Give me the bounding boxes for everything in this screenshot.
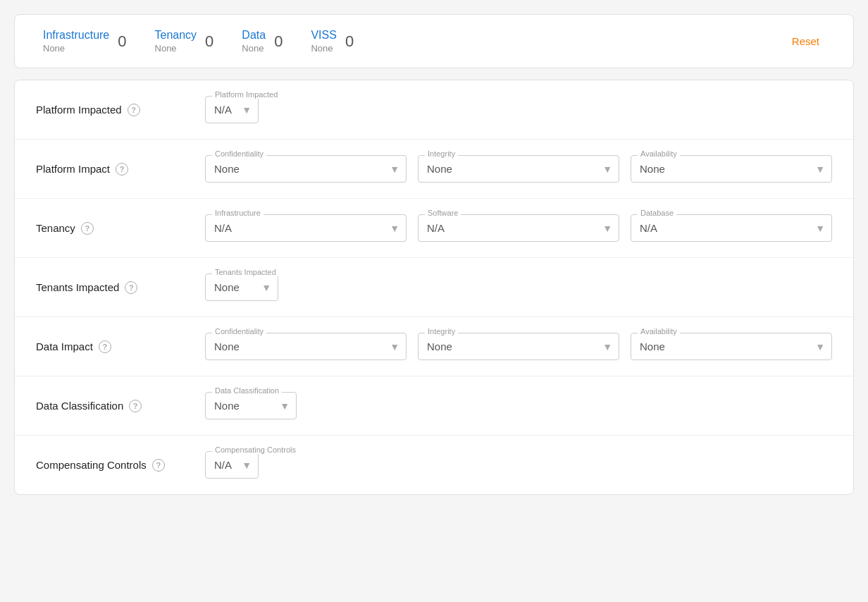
help-icon-platform-impact[interactable]: ? [116, 163, 128, 176]
summary-group-viss: VISSNone0 [311, 29, 354, 54]
help-icon-platform-impacted[interactable]: ? [128, 104, 140, 116]
form-row-compensating-controls: Compensating Controls?Compensating Contr… [15, 436, 853, 494]
select-availability[interactable]: NoneLowMediumHigh [631, 155, 832, 183]
form-row-platform-impacted: Platform Impacted?Platform ImpactedN/AYe… [15, 80, 853, 140]
reset-button[interactable]: Reset [786, 32, 825, 50]
select-infrastructure[interactable]: N/AYesNo [205, 214, 407, 242]
select-data-availability[interactable]: NoneLowMediumHigh [631, 333, 832, 360]
fields-group-tenants-impacted: Tenants ImpactedNoneLowMediumHigh▼ [205, 274, 832, 301]
summary-title-viss[interactable]: VISS [311, 29, 336, 42]
select-data-confidentiality[interactable]: NoneLowMediumHigh [205, 333, 407, 360]
field-label-data-availability: Availability [638, 327, 680, 336]
field-wrapper-tenants-impacted-select: Tenants ImpactedNoneLowMediumHigh▼ [205, 274, 278, 301]
summary-subtitle-data: None [242, 43, 266, 54]
row-label-text-platform-impacted: Platform Impacted [36, 104, 122, 116]
field-label-infrastructure: Infrastructure [212, 209, 264, 217]
help-icon-compensating-controls[interactable]: ? [152, 459, 165, 472]
select-data-integrity[interactable]: NoneLowMediumHigh [418, 333, 619, 360]
summary-group-data: DataNone0 [242, 29, 283, 54]
row-label-platform-impact: Platform Impact? [36, 163, 191, 176]
field-label-availability: Availability [638, 149, 680, 158]
select-platform-impacted-select[interactable]: N/AYesNo [205, 96, 259, 123]
field-wrapper-availability: AvailabilityNoneLowMediumHigh▼ [631, 155, 832, 183]
form-row-data-classification: Data Classification?Data ClassificationN… [15, 376, 853, 436]
summary-subtitle-tenancy: None [155, 43, 197, 54]
field-label-integrity: Integrity [425, 149, 458, 158]
form-card: Platform Impacted?Platform ImpactedN/AYe… [14, 80, 854, 495]
row-label-text-data-impact: Data Impact [36, 340, 93, 352]
field-label-software: Software [425, 209, 461, 217]
select-compensating-controls-select[interactable]: N/AYesNo [205, 451, 259, 479]
select-tenants-impacted-select[interactable]: NoneLowMediumHigh [205, 274, 278, 301]
field-wrapper-infrastructure: InfrastructureN/AYesNo▼ [205, 214, 407, 242]
field-label-compensating-controls-select: Compensating Controls [212, 446, 299, 454]
field-wrapper-platform-impacted-select: Platform ImpactedN/AYesNo▼ [205, 96, 259, 123]
fields-group-platform-impacted: Platform ImpactedN/AYesNo▼ [205, 96, 832, 123]
row-label-tenants-impacted: Tenants Impacted? [36, 281, 191, 294]
summary-group-infrastructure: InfrastructureNone0 [43, 29, 127, 54]
field-wrapper-data-classification-select: Data ClassificationNonePublicInternalCon… [205, 392, 297, 419]
field-label-database: Database [638, 209, 676, 217]
row-label-text-tenancy: Tenancy [36, 222, 75, 234]
help-icon-tenancy[interactable]: ? [81, 222, 94, 235]
field-wrapper-compensating-controls-select: Compensating ControlsN/AYesNo▼ [205, 451, 259, 479]
field-wrapper-software: SoftwareN/AYesNo▼ [418, 214, 619, 242]
field-label-data-classification-select: Data Classification [212, 386, 282, 395]
form-row-data-impact: Data Impact?ConfidentialityNoneLowMedium… [15, 317, 853, 376]
row-label-platform-impacted: Platform Impacted? [36, 104, 191, 116]
field-wrapper-data-confidentiality: ConfidentialityNoneLowMediumHigh▼ [205, 333, 407, 360]
summary-card: InfrastructureNone0TenancyNone0DataNone0… [14, 14, 854, 68]
summary-subtitle-infrastructure: None [43, 43, 109, 54]
help-icon-data-impact[interactable]: ? [99, 340, 111, 353]
row-label-text-compensating-controls: Compensating Controls [36, 459, 147, 471]
fields-group-platform-impact: ConfidentialityNoneLowMediumHigh▼Integri… [205, 155, 832, 183]
summary-count-viss: 0 [345, 32, 354, 51]
row-label-tenancy: Tenancy? [36, 222, 191, 235]
row-label-text-data-classification: Data Classification [36, 400, 123, 412]
select-database[interactable]: N/AYesNo [631, 214, 832, 242]
summary-title-infrastructure[interactable]: Infrastructure [43, 29, 109, 42]
select-data-classification-select[interactable]: NonePublicInternalConfidential [205, 392, 297, 419]
row-label-compensating-controls: Compensating Controls? [36, 459, 191, 472]
row-label-data-classification: Data Classification? [36, 400, 191, 412]
summary-count-tenancy: 0 [205, 32, 213, 51]
summary-title-tenancy[interactable]: Tenancy [155, 29, 197, 42]
row-label-text-platform-impact: Platform Impact [36, 163, 110, 175]
row-label-data-impact: Data Impact? [36, 340, 191, 353]
select-software[interactable]: N/AYesNo [418, 214, 619, 242]
field-wrapper-integrity: IntegrityNoneLowMediumHigh▼ [418, 155, 619, 183]
fields-group-data-impact: ConfidentialityNoneLowMediumHigh▼Integri… [205, 333, 832, 360]
fields-group-tenancy: InfrastructureN/AYesNo▼SoftwareN/AYesNo▼… [205, 214, 832, 242]
field-label-tenants-impacted-select: Tenants Impacted [212, 268, 279, 276]
fields-group-data-classification: Data ClassificationNonePublicInternalCon… [205, 392, 832, 419]
field-wrapper-data-availability: AvailabilityNoneLowMediumHigh▼ [631, 333, 832, 360]
fields-group-compensating-controls: Compensating ControlsN/AYesNo▼ [205, 451, 832, 479]
field-label-data-confidentiality: Confidentiality [212, 327, 266, 336]
field-label-platform-impacted-select: Platform Impacted [212, 90, 280, 99]
row-label-text-tenants-impacted: Tenants Impacted [36, 281, 119, 293]
field-wrapper-data-integrity: IntegrityNoneLowMediumHigh▼ [418, 333, 619, 360]
form-row-tenants-impacted: Tenants Impacted?Tenants ImpactedNoneLow… [15, 258, 853, 317]
select-integrity[interactable]: NoneLowMediumHigh [418, 155, 619, 183]
form-row-tenancy: Tenancy?InfrastructureN/AYesNo▼SoftwareN… [15, 199, 853, 258]
summary-count-data: 0 [274, 32, 283, 51]
form-row-platform-impact: Platform Impact?ConfidentialityNoneLowMe… [15, 140, 853, 199]
summary-title-data[interactable]: Data [242, 29, 266, 42]
help-icon-tenants-impacted[interactable]: ? [125, 281, 137, 294]
summary-group-tenancy: TenancyNone0 [155, 29, 214, 54]
select-confidentiality[interactable]: NoneLowMediumHigh [205, 155, 407, 183]
summary-count-infrastructure: 0 [118, 32, 126, 51]
summary-subtitle-viss: None [311, 43, 336, 54]
field-wrapper-confidentiality: ConfidentialityNoneLowMediumHigh▼ [205, 155, 407, 183]
field-wrapper-database: DatabaseN/AYesNo▼ [631, 214, 832, 242]
field-label-confidentiality: Confidentiality [212, 149, 266, 158]
help-icon-data-classification[interactable]: ? [129, 400, 142, 412]
field-label-data-integrity: Integrity [425, 327, 458, 336]
